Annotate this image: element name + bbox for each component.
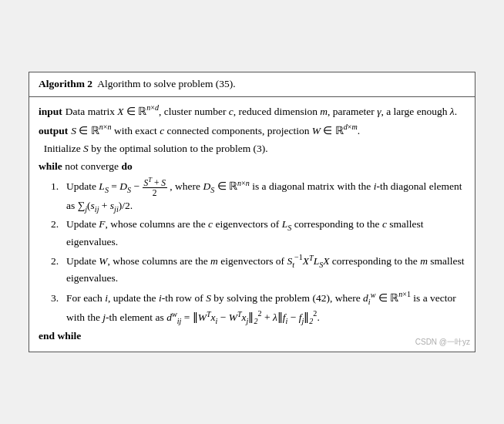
algorithm-title: Algorithm to solve problem (35). bbox=[96, 78, 236, 89]
step-1-content: Update LS = DS − ST + S 2 , where DS ∈ ℝ… bbox=[66, 177, 465, 215]
while-condition: not converge bbox=[62, 159, 122, 175]
watermark: CSDN @一叶yz bbox=[415, 336, 470, 348]
end-while-line: end while bbox=[39, 328, 465, 345]
step-1-line: 1. Update LS = DS − ST + S 2 , where DS … bbox=[39, 177, 465, 215]
algorithm-box: Algorithm 2 Algorithm to solve problem (… bbox=[29, 72, 475, 352]
output-line: output S ∈ ℝn×n with exact c connected c… bbox=[39, 121, 465, 139]
step-2b-content: Update W, whose columns are the m eigenv… bbox=[66, 251, 465, 287]
algorithm-header: Algorithm 2 Algorithm to solve problem (… bbox=[29, 72, 475, 97]
input-content: Data matrix X ∈ ℝn×d, cluster number c, … bbox=[66, 102, 465, 119]
output-label: output bbox=[39, 123, 68, 140]
initialize-line: Initialize S by the optimal solution to … bbox=[39, 141, 465, 157]
initialize-text: Initialize S by the optimal solution to … bbox=[39, 141, 268, 157]
algorithm-body: input Data matrix X ∈ ℝn×d, cluster numb… bbox=[29, 97, 475, 352]
input-line: input Data matrix X ∈ ℝn×d, cluster numb… bbox=[39, 102, 465, 119]
step-1-number: 1. bbox=[51, 179, 66, 195]
step-3-content: For each i, update the i-th row of S by … bbox=[66, 288, 465, 327]
step-2a-line: 2. Update F, whose columns are the c eig… bbox=[39, 217, 465, 250]
algorithm-label: Algorithm 2 bbox=[39, 78, 92, 89]
output-content: S ∈ ℝn×n with exact c connected componen… bbox=[71, 121, 465, 139]
end-while-keyword: end while bbox=[39, 328, 81, 345]
input-label: input bbox=[39, 104, 62, 120]
step-2b-line: 2. Update W, whose columns are the m eig… bbox=[39, 251, 465, 287]
step-3-line: 3. For each i, update the i-th row of S … bbox=[39, 288, 465, 327]
while-keyword: while bbox=[39, 159, 62, 175]
step-3-number: 3. bbox=[51, 291, 66, 307]
do-keyword: do bbox=[121, 159, 132, 175]
step-2a-number: 2. bbox=[51, 217, 66, 233]
step-2a-content: Update F, whose columns are the c eigenv… bbox=[66, 217, 465, 250]
while-line: while not converge do bbox=[39, 159, 465, 175]
step-2b-number: 2. bbox=[51, 254, 66, 270]
